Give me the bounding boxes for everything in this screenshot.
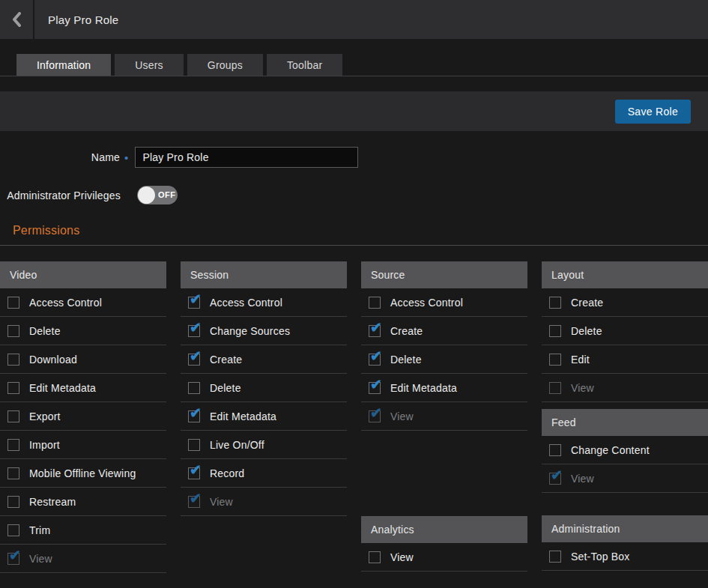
checkbox-layout-create[interactable] <box>549 297 561 309</box>
permission-row-source-delete[interactable]: Delete <box>361 345 527 374</box>
checkbox-video-mobile-offline-viewing[interactable] <box>7 467 19 479</box>
tab-groups[interactable]: Groups <box>187 54 263 76</box>
permission-label: Edit Metadata <box>29 382 96 394</box>
top-bar: Play Pro Role <box>0 0 708 39</box>
permission-label: Restream <box>29 496 76 508</box>
permission-label: View <box>571 473 594 485</box>
checkbox-session-edit-metadata[interactable] <box>188 410 200 422</box>
checkbox-source-access-control[interactable] <box>369 297 381 309</box>
permission-row-layout-delete[interactable]: Delete <box>542 317 708 345</box>
back-button[interactable] <box>0 0 33 39</box>
checkbox-video-export[interactable] <box>7 410 19 422</box>
save-role-button[interactable]: Save Role <box>615 100 691 124</box>
permission-row-video-restream[interactable]: Restream <box>0 488 166 516</box>
permission-row-session-live-on-off[interactable]: Live On/Off <box>181 431 347 459</box>
checkbox-session-access-control[interactable] <box>188 297 200 309</box>
permission-row-layout-edit[interactable]: Edit <box>542 345 708 374</box>
tab-toolbar[interactable]: Toolbar <box>267 54 342 76</box>
checkbox-source-edit-metadata[interactable] <box>369 382 381 394</box>
permissions-grid: VideoAccess ControlDeleteDownloadEdit Me… <box>0 261 708 573</box>
checkbox-video-access-control[interactable] <box>7 297 19 309</box>
action-strip: Save Role <box>0 91 708 131</box>
permission-row-session-delete[interactable]: Delete <box>181 374 347 402</box>
checkbox-layout-delete[interactable] <box>549 325 561 337</box>
admin-privileges-label: Administrator Privileges <box>0 190 121 201</box>
checkbox-video-download[interactable] <box>7 354 19 366</box>
toggle-knob <box>138 187 155 204</box>
permission-row-layout-view[interactable]: View <box>542 374 708 402</box>
permission-row-video-trim[interactable]: Trim <box>0 516 166 545</box>
permission-row-session-access-control[interactable]: Access Control <box>181 288 347 317</box>
permissions-heading: Permissions <box>13 224 708 237</box>
checkbox-administration-set-top-box[interactable] <box>549 551 561 563</box>
checkbox-video-edit-metadata[interactable] <box>7 382 19 394</box>
permission-label: Delete <box>390 354 422 366</box>
permission-row-video-import[interactable]: Import <box>0 431 166 459</box>
permission-row-feed-view[interactable]: View <box>542 464 708 493</box>
permission-label: Record <box>210 467 244 479</box>
permission-label: Mobile Offline Viewing <box>29 467 136 479</box>
checkbox-analytics-view[interactable] <box>369 551 381 563</box>
permission-row-analytics-view[interactable]: View <box>361 543 527 572</box>
permission-label: Access Control <box>210 297 282 309</box>
checkbox-session-delete[interactable] <box>188 382 200 394</box>
permission-row-video-delete[interactable]: Delete <box>0 317 166 345</box>
permission-row-source-view[interactable]: View <box>361 402 527 431</box>
toggle-state-label: OFF <box>158 190 176 199</box>
permission-row-video-access-control[interactable]: Access Control <box>0 288 166 317</box>
permission-column: SourceAccess ControlCreateDeleteEdit Met… <box>361 261 527 573</box>
tab-information[interactable]: Information <box>16 54 111 76</box>
permission-row-session-create[interactable]: Create <box>181 345 347 374</box>
permission-label: View <box>390 410 414 422</box>
permission-row-video-download[interactable]: Download <box>0 345 166 374</box>
permission-row-session-change-sources[interactable]: Change Sources <box>181 317 347 345</box>
permission-row-source-access-control[interactable]: Access Control <box>361 288 527 317</box>
permission-label: Access Control <box>390 297 463 309</box>
tab-users[interactable]: Users <box>115 54 184 76</box>
required-marker: • <box>124 151 128 164</box>
checkbox-layout-edit[interactable] <box>549 354 561 366</box>
checkbox-session-live-on-off[interactable] <box>188 439 200 451</box>
checkbox-source-delete[interactable] <box>369 354 381 366</box>
admin-privileges-toggle[interactable]: OFF <box>137 186 178 204</box>
checkbox-source-create[interactable] <box>369 325 381 337</box>
group-header-analytics: Analytics <box>361 516 527 543</box>
name-input[interactable] <box>135 147 358 168</box>
permission-label: Create <box>390 325 423 337</box>
permission-label: View <box>29 553 52 565</box>
permission-column: SessionAccess ControlChange SourcesCreat… <box>181 261 347 573</box>
permission-label: Create <box>571 297 603 309</box>
group-header-layout: Layout <box>542 261 708 288</box>
name-label: Name <box>0 151 120 163</box>
permission-label: Trim <box>29 524 50 536</box>
permission-row-session-record[interactable]: Record <box>181 459 347 488</box>
permission-row-video-view[interactable]: View <box>0 545 166 573</box>
permission-label: Edit Metadata <box>390 382 457 394</box>
checkbox-feed-change-content[interactable] <box>549 444 561 456</box>
checkbox-session-record[interactable] <box>188 467 200 479</box>
permission-label: Delete <box>29 325 61 337</box>
group-header-session: Session <box>181 261 347 288</box>
permission-row-layout-create[interactable]: Create <box>542 288 708 317</box>
checkbox-video-delete[interactable] <box>7 325 19 337</box>
permission-row-video-edit-metadata[interactable]: Edit Metadata <box>0 374 166 402</box>
checkbox-video-restream[interactable] <box>7 496 19 508</box>
checkbox-session-change-sources[interactable] <box>188 325 200 337</box>
permission-row-source-create[interactable]: Create <box>361 317 527 345</box>
permission-label: Live On/Off <box>210 439 264 451</box>
permission-row-administration-set-top-box[interactable]: Set-Top Box <box>542 542 708 571</box>
permission-column: LayoutCreateDeleteEditViewFeedChange Con… <box>542 261 708 573</box>
permission-row-source-edit-metadata[interactable]: Edit Metadata <box>361 374 527 402</box>
name-field-row: Name • <box>0 147 708 168</box>
permission-row-session-edit-metadata[interactable]: Edit Metadata <box>181 402 347 431</box>
checkbox-video-import[interactable] <box>7 439 19 451</box>
permission-row-feed-change-content[interactable]: Change Content <box>542 436 708 464</box>
permission-label: Download <box>29 354 77 366</box>
checkbox-video-trim[interactable] <box>7 524 19 536</box>
checkbox-session-create[interactable] <box>188 354 200 366</box>
permission-row-video-mobile-offline-viewing[interactable]: Mobile Offline Viewing <box>0 459 166 488</box>
permission-row-session-view[interactable]: View <box>181 488 347 516</box>
permission-label: View <box>390 551 414 563</box>
permission-row-video-export[interactable]: Export <box>0 402 166 431</box>
checkbox-feed-view <box>549 473 561 485</box>
